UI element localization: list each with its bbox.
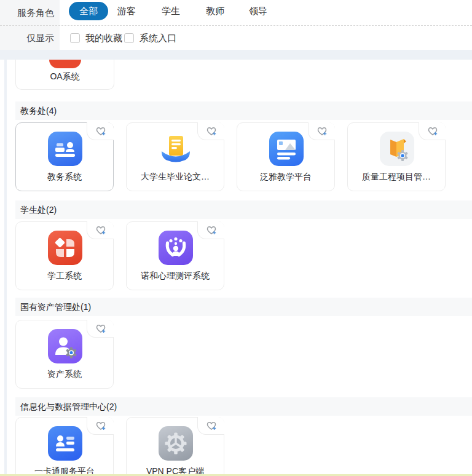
app-card-thesis-platform[interactable]: 大学生毕业论文… bbox=[126, 122, 224, 191]
heart-plus-icon bbox=[95, 125, 107, 137]
section-title: 教务处(4) bbox=[15, 101, 472, 120]
role-tab-teacher[interactable]: 教师 bbox=[206, 0, 224, 22]
heart-plus-icon bbox=[316, 125, 328, 137]
favorite-add-button[interactable] bbox=[87, 221, 114, 239]
section-header-xinxihua: 信息化与数据管理中心(2) bbox=[15, 397, 472, 416]
app-card-label: 诺和心理测评系统 bbox=[127, 271, 224, 282]
role-tab-student[interactable]: 学生 bbox=[162, 0, 180, 22]
service-portal-screen: 服务角色 全部 游客 学生 教师 领导 仅显示 我的收藏 系统入口 OA系统 教… bbox=[0, 0, 472, 476]
only-show-row: 仅显示 我的收藏 系统入口 bbox=[0, 26, 472, 50]
favorite-add-button[interactable] bbox=[197, 221, 224, 239]
app-card-psych-test[interactable]: 诺和心理测评系统 bbox=[126, 221, 224, 290]
quality-project-icon bbox=[380, 132, 414, 166]
app-card-label: 学工系统 bbox=[16, 271, 113, 282]
checkbox-system-entrance[interactable] bbox=[124, 33, 134, 43]
app-card-label: OA系统 bbox=[16, 71, 114, 82]
panel-content-divider bbox=[0, 50, 472, 60]
app-card-academic-affairs[interactable]: 教务系统 bbox=[15, 122, 114, 191]
app-card-student-work[interactable]: 学工系统 bbox=[15, 221, 114, 290]
oa-system-icon bbox=[49, 60, 81, 68]
heart-plus-icon bbox=[95, 323, 107, 334]
favorite-add-button[interactable] bbox=[197, 417, 224, 435]
app-card-oa-system[interactable]: OA系统 bbox=[15, 60, 114, 90]
section-title: 国有资产管理处(1) bbox=[15, 298, 472, 316]
academic-affairs-system-icon bbox=[48, 132, 82, 166]
left-gutter bbox=[4, 60, 7, 474]
heart-plus-icon bbox=[95, 224, 107, 236]
fanya-teaching-icon bbox=[269, 132, 304, 166]
app-card-fanya-teaching[interactable]: 泛雅教学平台 bbox=[237, 122, 335, 191]
role-tab-leader[interactable]: 领导 bbox=[249, 0, 267, 22]
favorite-add-button[interactable] bbox=[87, 320, 114, 338]
only-show-label: 仅显示 bbox=[0, 26, 54, 50]
filter-panel: 服务角色 全部 游客 学生 教师 领导 仅显示 我的收藏 系统入口 bbox=[0, 0, 472, 50]
checkbox-system-entrance-label[interactable]: 系统入口 bbox=[140, 26, 176, 50]
favorite-add-button[interactable] bbox=[87, 122, 114, 140]
heart-plus-icon bbox=[205, 125, 218, 137]
section-title: 学生处(2) bbox=[15, 200, 472, 219]
app-card-campus-card[interactable]: 一卡通服务平台 bbox=[15, 417, 114, 476]
section-title: 信息化与数据管理中心(2) bbox=[15, 397, 472, 416]
campus-card-icon bbox=[48, 426, 82, 461]
heart-plus-icon bbox=[205, 224, 218, 236]
section-header-xueshengchu: 学生处(2) bbox=[15, 200, 472, 219]
favorite-add-button[interactable] bbox=[87, 417, 114, 435]
app-card-label: 资产系统 bbox=[16, 369, 113, 380]
app-card-asset-system[interactable]: 资产系统 bbox=[15, 320, 114, 389]
favorite-add-button[interactable] bbox=[308, 122, 335, 140]
favorite-add-button[interactable] bbox=[197, 122, 224, 140]
role-tab-all[interactable]: 全部 bbox=[69, 2, 108, 20]
heart-plus-icon bbox=[427, 125, 439, 137]
section-header-jiaowuchu: 教务处(4) bbox=[15, 101, 472, 120]
app-card-quality-project[interactable]: 质量工程项目管… bbox=[347, 122, 446, 191]
checkbox-my-favorites[interactable] bbox=[70, 33, 80, 43]
role-filter-row: 服务角色 全部 游客 学生 教师 领导 bbox=[0, 0, 472, 26]
role-tab-guest[interactable]: 游客 bbox=[117, 0, 136, 22]
heart-plus-icon bbox=[95, 420, 107, 431]
vpn-client-icon bbox=[159, 426, 193, 461]
asset-system-icon bbox=[48, 329, 82, 363]
role-filter-label: 服务角色 bbox=[0, 0, 54, 26]
checkbox-my-favorites-label[interactable]: 我的收藏 bbox=[85, 26, 122, 50]
app-card-vpn-client[interactable]: VPN PC客户端 bbox=[126, 417, 224, 476]
app-card-label: 泛雅教学平台 bbox=[237, 172, 334, 183]
favorite-add-button[interactable] bbox=[419, 122, 446, 140]
app-card-label: 质量工程项目管… bbox=[348, 172, 445, 183]
student-work-system-icon bbox=[48, 231, 82, 265]
psych-test-system-icon bbox=[159, 231, 193, 265]
heart-plus-icon bbox=[205, 420, 218, 431]
app-card-label: 大学生毕业论文… bbox=[127, 172, 224, 183]
section-header-guoyouzichan: 国有资产管理处(1) bbox=[15, 298, 472, 316]
app-card-label: 教务系统 bbox=[16, 172, 113, 183]
thesis-platform-icon bbox=[159, 132, 193, 166]
